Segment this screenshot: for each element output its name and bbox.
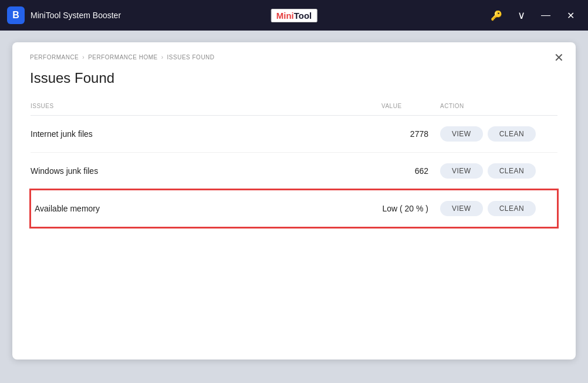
breadcrumb: PERFORMANCE › PERFORMANCE HOME › ISSUES …: [30, 54, 558, 61]
close-window-icon: ✕: [567, 10, 575, 21]
clean-button[interactable]: CLEAN: [488, 201, 536, 216]
minitool-logo: Mini Tool: [271, 9, 317, 22]
chevron-down-icon: ∨: [518, 9, 525, 22]
issues-table: ISSUES VALUE ACTION Internet junk files …: [30, 103, 558, 228]
logo-tool: Tool: [294, 11, 312, 21]
col-header-issues: ISSUES: [31, 103, 381, 116]
issue-actions: VIEW CLEAN: [428, 190, 557, 227]
table-row: Windows junk files 662 VIEW CLEAN: [31, 153, 557, 190]
close-icon: ✕: [554, 51, 564, 64]
logo-mini: Mini: [276, 11, 294, 21]
window-controls: 🔑 ∨ — ✕: [486, 5, 581, 26]
breadcrumb-sep-1: ›: [82, 54, 85, 61]
issue-name: Windows junk files: [31, 153, 381, 190]
issue-value: 662: [381, 153, 428, 190]
col-header-action: ACTION: [428, 103, 557, 116]
app-icon-letter: B: [12, 10, 19, 21]
minimize-icon: —: [541, 10, 550, 21]
page-title: Issues Found: [30, 70, 558, 86]
panel-close-button[interactable]: ✕: [554, 52, 564, 63]
issue-value: Low ( 20 % ): [381, 190, 428, 227]
col-header-value: VALUE: [381, 103, 428, 116]
view-button[interactable]: VIEW: [440, 201, 483, 216]
clean-button[interactable]: CLEAN: [488, 163, 536, 179]
issues-panel: PERFORMANCE › PERFORMANCE HOME › ISSUES …: [12, 42, 576, 360]
issue-value: 2778: [381, 116, 428, 153]
table-row: Internet junk files 2778 VIEW CLEAN: [31, 116, 557, 153]
breadcrumb-performance: PERFORMANCE: [30, 54, 79, 61]
close-window-button[interactable]: ✕: [560, 5, 581, 26]
issue-actions: VIEW CLEAN: [428, 116, 557, 153]
breadcrumb-performance-home: PERFORMANCE HOME: [88, 54, 158, 61]
table-row-highlighted: Available memory Low ( 20 % ) VIEW CLEAN: [31, 190, 557, 227]
chevron-down-button[interactable]: ∨: [511, 5, 532, 26]
main-area: PERFORMANCE › PERFORMANCE HOME › ISSUES …: [0, 31, 588, 383]
app-title: MiniTool System Booster: [31, 11, 121, 20]
breadcrumb-sep-2: ›: [161, 54, 164, 61]
app-icon: B: [7, 6, 25, 24]
view-button[interactable]: VIEW: [440, 163, 483, 179]
titlebar: B MiniTool System Booster Mini Tool 🔑 ∨ …: [0, 0, 588, 31]
key-icon: 🔑: [491, 10, 502, 21]
breadcrumb-issues-found: ISSUES FOUND: [167, 54, 215, 61]
issue-name: Available memory: [31, 190, 381, 227]
clean-button[interactable]: CLEAN: [488, 126, 536, 142]
view-button[interactable]: VIEW: [440, 126, 483, 142]
key-button[interactable]: 🔑: [486, 5, 507, 26]
issue-actions: VIEW CLEAN: [428, 153, 557, 190]
minimize-button[interactable]: —: [535, 5, 556, 26]
issue-name: Internet junk files: [31, 116, 381, 153]
